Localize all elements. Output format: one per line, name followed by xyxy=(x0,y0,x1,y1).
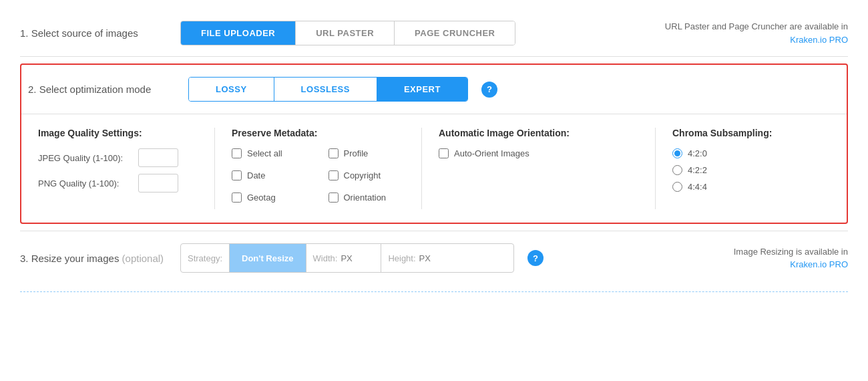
checkbox-select-all[interactable]: Select all xyxy=(232,148,315,158)
checkbox-copyright[interactable]: Copyright xyxy=(329,170,412,180)
checkbox-select-all-input[interactable] xyxy=(232,148,242,158)
tab-lossy[interactable]: LOSSY xyxy=(189,78,274,101)
strategy-label: Strategy: xyxy=(181,244,230,272)
kraken-pro-link-2[interactable]: Kraken.io PRO xyxy=(790,259,848,269)
resize-panel: Strategy: Don't Resize Width: Height: xyxy=(180,243,514,273)
tab-expert[interactable]: EXPERT xyxy=(377,78,467,101)
checkbox-profile-label: Profile xyxy=(344,148,369,158)
kraken-pro-link-1[interactable]: Kraken.io PRO xyxy=(790,35,848,45)
note-text-1: URL Paster and Page Cruncher xyxy=(665,21,787,31)
jpeg-quality-label: JPEG Quality (1-100): xyxy=(38,153,132,163)
width-section: Width: xyxy=(306,244,381,272)
checkbox-profile[interactable]: Profile xyxy=(329,148,412,158)
chroma-444-input[interactable] xyxy=(672,182,682,192)
checkbox-select-all-label: Select all xyxy=(247,148,282,158)
source-tabs-group: FILE UPLOADER URL PASTER PAGE CRUNCHER xyxy=(180,21,515,45)
width-input[interactable] xyxy=(341,253,374,263)
section-2-label: 2. Select optimization mode xyxy=(28,84,175,95)
chroma-444-radio[interactable]: 4:4:4 xyxy=(672,182,830,192)
height-label: Height: xyxy=(388,253,415,263)
resize-help-icon[interactable]: ? xyxy=(527,250,544,266)
chroma-420-input[interactable] xyxy=(672,148,682,158)
page-wrapper: 1. Select source of images FILE UPLOADER… xyxy=(0,0,868,309)
checkbox-orientation[interactable]: Orientation xyxy=(329,193,412,203)
height-section: Height: xyxy=(381,244,459,272)
chroma-444-label: 4:4:4 xyxy=(688,182,707,192)
checkbox-profile-input[interactable] xyxy=(329,148,339,158)
checkbox-orientation-label: Orientation xyxy=(344,193,387,203)
expert-settings-grid: Image Quality Settings: JPEG Quality (1-… xyxy=(21,114,847,223)
checkbox-date-label: Date xyxy=(247,170,265,180)
section-3-label: 3. Resize your images (optional) xyxy=(20,253,167,264)
chroma-420-radio[interactable]: 4:2:0 xyxy=(672,148,830,158)
tab-page-cruncher[interactable]: PAGE CRUNCHER xyxy=(395,21,515,45)
section-3-note: Image Resizing is available in Kraken.io… xyxy=(734,245,848,271)
height-input[interactable] xyxy=(419,253,453,263)
section-3-row: 3. Resize your images (optional) Strateg… xyxy=(13,231,855,285)
checkbox-copyright-input[interactable] xyxy=(329,170,339,180)
optimization-help-icon[interactable]: ? xyxy=(481,82,497,98)
section-3-label-text: 3. Resize your images xyxy=(20,253,119,264)
section-1-row: 1. Select source of images FILE UPLOADER… xyxy=(13,10,855,56)
checkbox-date[interactable]: Date xyxy=(232,170,315,180)
chroma-title: Chroma Subsampling: xyxy=(672,128,830,138)
auto-orient-input[interactable] xyxy=(439,148,449,158)
expert-panel: 2. Select optimization mode LOSSY LOSSLE… xyxy=(20,64,848,224)
chroma-422-label: 4:2:2 xyxy=(688,165,707,175)
tab-file-uploader[interactable]: FILE UPLOADER xyxy=(181,21,296,45)
chroma-420-label: 4:2:0 xyxy=(688,148,707,158)
optimization-tabs: LOSSY LOSSLESS EXPERT xyxy=(188,77,468,102)
checkbox-copyright-label: Copyright xyxy=(344,170,381,180)
checkbox-geotag-label: Geotag xyxy=(247,193,276,203)
checkbox-geotag[interactable]: Geotag xyxy=(232,193,315,203)
image-quality-title: Image Quality Settings: xyxy=(38,128,204,138)
chroma-422-input[interactable] xyxy=(672,165,682,175)
section-2-header: 2. Select optimization mode LOSSY LOSSLE… xyxy=(21,65,847,114)
metadata-grid: Select all Profile Date Copyright xyxy=(232,148,411,209)
jpeg-quality-row: JPEG Quality (1-100): xyxy=(38,148,204,167)
chroma-col: Chroma Subsampling: 4:2:0 4:2:2 4:4:4 xyxy=(662,128,840,209)
resize-note-text: Image Resizing is available in xyxy=(734,247,848,257)
auto-orient-label: Auto-Orient Images xyxy=(454,148,529,158)
jpeg-quality-input[interactable] xyxy=(138,148,178,167)
image-quality-col: Image Quality Settings: JPEG Quality (1-… xyxy=(28,128,215,209)
tab-lossless[interactable]: LOSSLESS xyxy=(274,78,377,101)
auto-orient-checkbox[interactable]: Auto-Orient Images xyxy=(439,148,645,158)
auto-orient-title: Automatic Image Orientation: xyxy=(439,128,645,138)
auto-orient-col: Automatic Image Orientation: Auto-Orient… xyxy=(429,128,656,209)
bottom-divider xyxy=(20,291,848,292)
divider-1 xyxy=(20,56,848,57)
width-label: Width: xyxy=(313,253,338,263)
checkbox-date-input[interactable] xyxy=(232,170,242,180)
checkbox-orientation-input[interactable] xyxy=(329,193,339,203)
tab-url-paster[interactable]: URL PASTER xyxy=(296,21,395,45)
png-quality-row: PNG Quality (1-100): xyxy=(38,174,204,193)
dont-resize-button[interactable]: Don't Resize xyxy=(230,244,306,272)
chroma-422-radio[interactable]: 4:2:2 xyxy=(672,165,830,175)
section-3-optional: (optional) xyxy=(122,253,164,264)
preserve-metadata-title: Preserve Metadata: xyxy=(232,128,411,138)
section-1-note: URL Paster and Page Cruncher are availab… xyxy=(665,20,848,46)
section-1-label: 1. Select source of images xyxy=(20,27,167,39)
note-text-3: are available in xyxy=(790,21,848,31)
preserve-metadata-col: Preserve Metadata: Select all Profile Da… xyxy=(222,128,422,209)
checkbox-geotag-input[interactable] xyxy=(232,193,242,203)
png-quality-input[interactable] xyxy=(138,174,178,193)
png-quality-label: PNG Quality (1-100): xyxy=(38,178,132,188)
